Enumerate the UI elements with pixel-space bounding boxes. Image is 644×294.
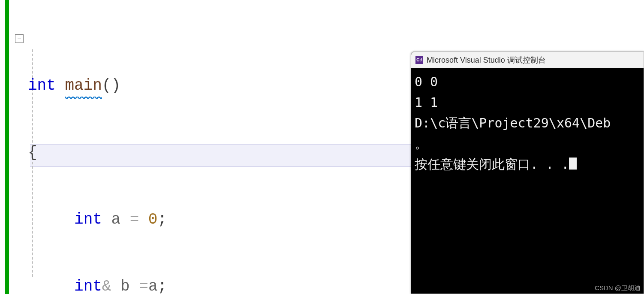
code-editor[interactable]: − int main() { int a = 0; int& b =a; cou… — [13, 0, 407, 294]
identifier: a — [102, 211, 130, 228]
brace-open: { — [28, 144, 37, 161]
cursor-icon — [569, 158, 577, 170]
debug-console-window[interactable]: C:\ Microsoft Visual Studio 调试控制台 0 01 1… — [411, 52, 644, 294]
collapse-toggle-icon[interactable]: − — [15, 34, 24, 43]
parens: () — [102, 77, 120, 94]
identifier: a — [148, 278, 158, 294]
console-line: D:\c语言\Project29\x64\Deb — [415, 113, 640, 133]
code-block: int main() { int a = 0; int& b =a; cout … — [28, 30, 352, 294]
console-titlebar[interactable]: C:\ Microsoft Visual Studio 调试控制台 — [411, 52, 644, 68]
code-line: int a = 0; — [28, 209, 352, 231]
semicolon: ; — [157, 278, 167, 294]
console-line: 。 — [415, 133, 640, 154]
identifier: b — [111, 278, 139, 294]
code-line: int main() — [28, 75, 352, 97]
change-gutter-bar — [5, 0, 9, 294]
number-literal: 0 — [139, 211, 157, 228]
code-line: { — [28, 142, 352, 164]
keyword-int: int — [28, 77, 56, 94]
console-line: 1 1 — [415, 92, 640, 113]
keyword-int: int — [74, 278, 102, 294]
operator-eq: = — [139, 278, 148, 294]
console-title: Microsoft Visual Studio 调试控制台 — [427, 55, 546, 65]
console-line: 0 0 — [415, 72, 640, 92]
operator-eq: = — [130, 211, 139, 228]
watermark: CSDN @卫胡迪 — [595, 284, 641, 292]
semicolon: ; — [157, 211, 167, 228]
console-output: 0 01 1D:\c语言\Project29\x64\Deb。按任意键关闭此窗口… — [411, 68, 644, 178]
console-line: 按任意键关闭此窗口. . . — [415, 154, 640, 175]
operator-amp: & — [102, 278, 111, 294]
function-main: main — [65, 75, 102, 97]
vs-console-icon: C:\ — [415, 56, 423, 64]
console-prompt-text: 按任意键关闭此窗口. . . — [415, 157, 569, 172]
keyword-int: int — [74, 211, 102, 228]
code-line: int& b =a; — [28, 276, 352, 294]
